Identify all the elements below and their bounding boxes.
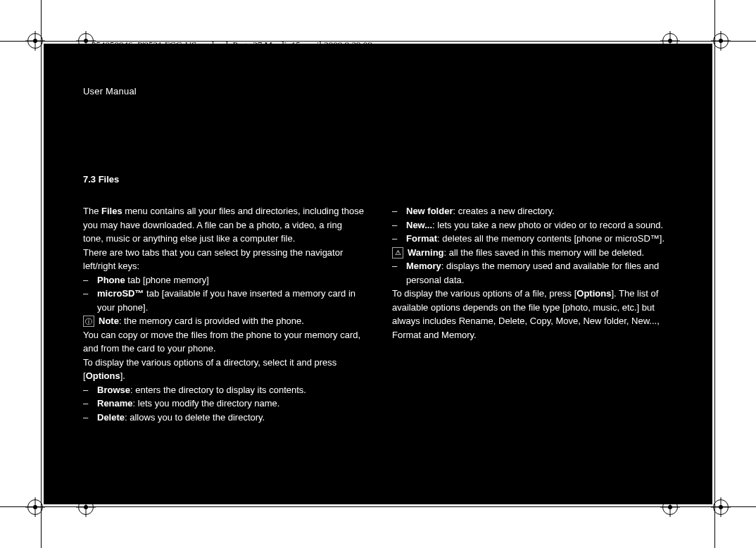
column-left: The Files menu contains all your files a… [83,204,364,424]
warning-row: ⚠ Warning: all the files saved in this m… [392,246,673,260]
paragraph: The Files menu contains all your files a… [83,204,364,246]
list-item: – Phone tab [phone memory] [83,273,364,287]
list-item: – Delete: allows you to delete the direc… [83,411,364,425]
registration-mark-icon [28,500,42,514]
content-columns: The Files menu contains all your files a… [83,204,673,424]
list-item: – New folder: creates a new directory. [392,204,673,218]
paragraph: You can copy or move the files from the … [83,328,364,356]
column-right: – New folder: creates a new directory. –… [392,204,673,424]
page-body: User Manual 7.3 Files The Files menu con… [44,44,712,504]
crop-line-left [41,0,42,548]
paragraph: There are two tabs that you can select b… [83,246,364,273]
info-icon: ⓘ [83,316,94,327]
registration-mark-icon [28,34,42,48]
registration-mark-icon [714,34,728,48]
registration-mark-icon [714,500,728,514]
list-item: – Format: deletes all the memory content… [392,232,673,246]
crop-line-bottom [0,506,756,507]
list-item: – Memory: displays the memory used and a… [392,259,673,287]
manual-title: User Manual [83,86,673,96]
source-file-header: 254050946_P'9521 FCC-US_en.book Page 37 … [92,39,372,51]
list-item: – New...: lets you take a new photo or v… [392,218,673,232]
paragraph: To display the various options of a file… [392,287,673,342]
section-title: 7.3 Files [83,174,673,185]
list-item: – microSD™ tab [available if you have in… [83,287,364,314]
list-item: – Rename: lets you modify the directory … [83,397,364,411]
crop-line-right [714,0,715,548]
list-item: – Browse: enters the directory to displa… [83,383,364,397]
note-row: ⓘ Note: the memory card is provided with… [83,314,364,328]
paragraph: To display the various options of a dire… [83,356,364,383]
warning-icon: ⚠ [392,247,403,259]
